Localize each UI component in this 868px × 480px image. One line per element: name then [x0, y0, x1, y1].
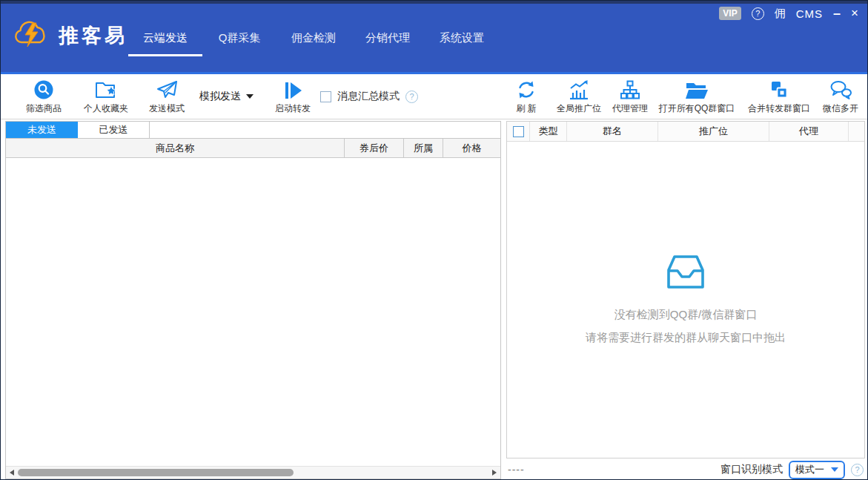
open-all-qq-windows-button[interactable]: 打开所有QQ群窗口	[657, 78, 736, 115]
cms-button[interactable]: CMS	[796, 7, 823, 20]
empty-state-line2: 请将需要进行群发的群从聊天窗口中拖出	[507, 331, 864, 345]
chart-trend-icon	[568, 78, 590, 100]
nav-tab-label: 云端发送	[143, 31, 188, 44]
app-window: 推客易 云端发送 Q群采集 佣金检测 分销代理 系统设置 VIP ? 佣 CMS…	[0, 0, 868, 480]
status-bar: ---- 窗口识别模式 模式一 ?	[506, 458, 865, 480]
window-mode-help-icon[interactable]: ?	[851, 464, 864, 476]
summary-mode-checkbox[interactable]	[320, 91, 331, 102]
cloud-lightning-logo-icon	[13, 19, 53, 53]
nav-tab-system-settings[interactable]: 系统设置	[425, 27, 499, 59]
inbox-icon	[662, 281, 709, 294]
nav-tab-distribution-agent[interactable]: 分销代理	[351, 27, 425, 59]
search-circle-icon	[33, 78, 54, 100]
column-header-coupon-price[interactable]: 券后价	[344, 139, 403, 157]
nav-tab-label: 分销代理	[365, 31, 410, 44]
toolbar-label: 启动转发	[275, 102, 311, 115]
product-list-panel: 未发送 已发送 商品名称 券后价 所属 价格	[5, 121, 501, 479]
nav-tab-commission-check[interactable]: 佣金检测	[276, 27, 351, 59]
toolbar-label: 微信多开	[823, 102, 858, 115]
nav-tab-label: Q群采集	[219, 31, 261, 44]
nav-tab-q-group-collect[interactable]: Q群采集	[202, 27, 276, 59]
group-window-panel: 类型 群名 推广位 代理 没有检测到QQ群/微信群窗口 请将需要进行群发的群从聊…	[506, 121, 865, 458]
send-mode-button[interactable]: 发送模式	[139, 78, 195, 115]
toolbar: 筛选商品 个人收藏夹 发送模式 模拟发送	[1, 74, 867, 119]
help-icon[interactable]: ?	[752, 7, 764, 20]
commission-icon[interactable]: 佣	[775, 7, 786, 21]
column-header-belong[interactable]: 所属	[403, 139, 443, 157]
nav-tab-cloud-send[interactable]: 云端发送	[128, 27, 202, 59]
toolbar-label: 发送模式	[149, 102, 185, 115]
horizontal-scrollbar[interactable]	[6, 466, 500, 479]
folder-star-icon	[94, 78, 118, 100]
play-icon	[283, 78, 302, 100]
empty-state: 没有检测到QQ群/微信群窗口 请将需要进行群发的群从聊天窗口中拖出	[507, 251, 864, 345]
header: 推客易 云端发送 Q群采集 佣金检测 分销代理 系统设置 VIP ? 佣 CMS…	[1, 1, 867, 72]
toolbar-label: 代理管理	[612, 102, 648, 115]
empty-state-line1: 没有检测到QQ群/微信群窗口	[507, 308, 864, 322]
product-table-body	[6, 158, 500, 466]
chat-bubbles-icon	[829, 78, 852, 100]
column-header-price[interactable]: 价格	[443, 139, 500, 157]
personal-favorites-button[interactable]: 个人收藏夹	[73, 78, 139, 115]
chevron-down-icon	[246, 94, 254, 99]
open-folder-icon	[685, 78, 709, 100]
close-button[interactable]: ×	[851, 6, 858, 21]
scroll-left-arrow-icon[interactable]	[10, 470, 14, 476]
column-header-type[interactable]: 类型	[529, 122, 566, 141]
column-header-agent[interactable]: 代理	[769, 122, 848, 141]
toolbar-label: 筛选商品	[26, 102, 62, 115]
nav-tab-label: 佣金检测	[291, 31, 336, 44]
refresh-button[interactable]: 刷 新	[509, 78, 543, 115]
simulate-send-dropdown[interactable]: 模拟发送	[199, 74, 254, 119]
filter-products-button[interactable]: 筛选商品	[17, 78, 70, 115]
wechat-multi-open-button[interactable]: 微信多开	[821, 78, 861, 115]
status-placeholder: ----	[508, 464, 525, 476]
org-hierarchy-icon	[620, 78, 640, 100]
scroll-right-arrow-icon[interactable]	[492, 470, 497, 476]
scrollbar-thumb[interactable]	[18, 469, 294, 476]
window-mode-value: 模式一	[795, 463, 824, 476]
app-logo: 推客易	[13, 19, 127, 53]
minimize-button[interactable]: –	[833, 8, 841, 19]
app-title: 推客易	[59, 22, 127, 49]
summary-mode-group: 消息汇总模式 ?	[320, 74, 418, 119]
paper-plane-icon	[156, 78, 178, 100]
simulate-send-label: 模拟发送	[199, 90, 241, 103]
column-header-group-name[interactable]: 群名	[566, 122, 657, 141]
select-all-checkbox[interactable]	[513, 126, 524, 137]
select-all-cell	[507, 122, 529, 141]
agent-manage-button[interactable]: 代理管理	[607, 78, 653, 115]
toolbar-label: 个人收藏夹	[84, 102, 128, 115]
merge-windows-icon	[769, 78, 789, 100]
toolbar-label: 合并转发群窗口	[748, 102, 810, 115]
window-mode-group: 窗口识别模式 模式一 ?	[720, 461, 864, 479]
summary-mode-label: 消息汇总模式	[337, 90, 400, 103]
titlebar-top-strip	[1, 1, 867, 4]
group-table-header: 类型 群名 推广位 代理	[507, 122, 864, 142]
chevron-down-icon	[831, 467, 838, 472]
summary-mode-help-icon[interactable]: ?	[405, 91, 418, 103]
global-promotion-button[interactable]: 全局推广位	[552, 78, 606, 115]
tab-sent[interactable]: 已发送	[78, 122, 150, 138]
window-controls: VIP ? 佣 CMS – ×	[719, 6, 858, 21]
refresh-icon	[516, 78, 537, 100]
toolbar-label: 全局推广位	[557, 102, 601, 115]
vip-badge[interactable]: VIP	[719, 7, 741, 20]
merge-forward-windows-button[interactable]: 合并转发群窗口	[743, 78, 815, 115]
tab-unsent[interactable]: 未发送	[6, 122, 78, 138]
window-mode-label: 窗口识别模式	[720, 463, 783, 476]
column-header-product-name[interactable]: 商品名称	[6, 139, 344, 157]
column-header-empty	[848, 122, 864, 141]
column-header-promotion[interactable]: 推广位	[657, 122, 769, 141]
start-forward-button[interactable]: 启动转发	[271, 78, 315, 115]
window-mode-select[interactable]: 模式一	[789, 461, 845, 479]
product-list-tabs: 未发送 已发送	[6, 122, 500, 139]
nav-tab-label: 系统设置	[440, 31, 484, 44]
toolbar-label: 打开所有QQ群窗口	[659, 102, 735, 115]
product-table-header: 商品名称 券后价 所属 价格	[6, 139, 500, 158]
toolbar-label: 刷 新	[516, 102, 536, 115]
